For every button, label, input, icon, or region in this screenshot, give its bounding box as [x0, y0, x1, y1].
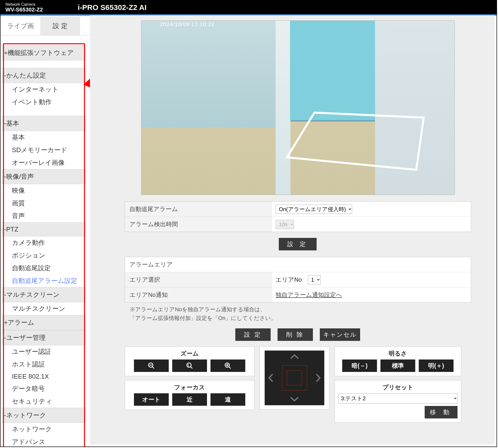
- sidebar-multi[interactable]: -マルチスクリーン: [2, 287, 85, 302]
- svg-text:1: 1: [187, 364, 189, 367]
- sidebar-autotrack-alarm[interactable]: 自動追尾アラーム設定: [2, 274, 85, 287]
- select-autotrack-alarm[interactable]: On(アラームエリア侵入時): [276, 205, 352, 214]
- table-autotrack-alarm: 自動追尾アラーム On(アラームエリア侵入時) アラーム検出時間 10s: [125, 201, 471, 232]
- select-alarm-detect-time: 10s: [276, 220, 294, 229]
- button-focus-auto[interactable]: オート: [134, 393, 169, 406]
- sidebar-network-sub[interactable]: ネットワーク: [2, 423, 85, 436]
- sidebar-av[interactable]: -映像/音声: [2, 169, 85, 184]
- title-focus: フォーカス: [128, 383, 251, 391]
- app-header: Network Camera WV-S65302-Z2 i-PRO S65302…: [0, 0, 497, 14]
- tab-settings[interactable]: 設 定: [40, 17, 80, 35]
- select-preset[interactable]: 3:テスト2: [338, 393, 457, 403]
- sidebar-8021x[interactable]: IEEE 802.1X: [2, 371, 85, 382]
- title-brightness: 明るさ: [338, 350, 457, 358]
- sidebar-easy[interactable]: -かんたん設定: [2, 68, 85, 83]
- svg-rect-13: [287, 370, 302, 385]
- sidebar-audio[interactable]: 音声: [2, 210, 85, 222]
- sidebar-autotrack[interactable]: 自動追尾設定: [2, 262, 85, 274]
- table-alarm-area: アラームエリア エリア選択 エリアNo 1 エリアNo通知 独自アラーム通知設定…: [125, 257, 471, 303]
- label-area-select: エリア選択: [125, 272, 272, 287]
- control-panels: ズーム 1 フォーカス オート 近: [125, 346, 492, 423]
- button-darker[interactable]: 暗(－): [342, 359, 377, 372]
- live-timestamp: 2024/10/09 17:10:22: [160, 21, 215, 28]
- panel-preset: プリセット 3:テスト2 移 動: [334, 380, 461, 423]
- main-content: 2024/10/09 17:10:22 自動追尾アラーム On(アラームエリア侵…: [90, 15, 495, 445]
- svg-line-6: [191, 367, 193, 369]
- button-focus-near[interactable]: 近: [172, 393, 207, 406]
- sidebar-basic-sub[interactable]: 基本: [2, 131, 85, 144]
- tab-live[interactable]: ライブ画: [0, 17, 40, 35]
- sidebar-security[interactable]: セキュリティ: [2, 395, 85, 408]
- sidebar-internet[interactable]: インターネット: [2, 83, 85, 96]
- note-line2: 「アラーム拡張情報付加」設定を「On」にしてください。: [130, 314, 492, 322]
- button-focus-far[interactable]: 遠: [210, 393, 245, 406]
- label-autotrack-alarm: 自動追尾アラーム: [125, 202, 272, 217]
- sidebar-overlay[interactable]: オーバーレイ画像: [2, 156, 85, 169]
- sidebar-multi-sub[interactable]: マルチスクリーン: [2, 302, 85, 315]
- button-zoom-out[interactable]: [134, 359, 169, 372]
- svg-marker-1: [287, 113, 424, 170]
- label-alarm-detect-time: アラーム検出時間: [125, 217, 272, 232]
- panel-brightness: 明るさ 暗(－) 標準 明(＋): [334, 346, 461, 376]
- sidebar-basic[interactable]: -基本: [2, 116, 85, 131]
- sidebar-quality[interactable]: 画質: [2, 197, 85, 210]
- sidebar-ext-sw[interactable]: +機能拡張ソフトウェア: [2, 45, 85, 60]
- panel-focus: フォーカス オート 近 遠: [125, 380, 254, 410]
- sidebar-user-auth[interactable]: ユーザー認証: [2, 345, 85, 358]
- sidebar-camera-move[interactable]: カメラ動作: [2, 236, 85, 249]
- sidebar-user[interactable]: -ユーザー管理: [2, 330, 85, 345]
- sidebar-event[interactable]: イベント動作: [2, 96, 85, 108]
- sidebar-network[interactable]: -ネットワーク: [2, 408, 85, 423]
- sidebar-video[interactable]: 映像: [2, 184, 85, 197]
- button-cancel[interactable]: キャンセル: [320, 328, 360, 341]
- header-title: i-PRO S65302-Z2 AI: [78, 3, 146, 12]
- svg-rect-12: [282, 365, 307, 390]
- sidebar-alarm[interactable]: +アラーム: [2, 315, 85, 330]
- header-model: WV-S65302-Z2: [5, 7, 43, 12]
- sidebar-sdcard[interactable]: SDメモリーカード: [2, 144, 85, 156]
- header-alarm-area: アラームエリア: [125, 257, 272, 272]
- svg-line-9: [229, 367, 231, 369]
- select-area-no[interactable]: 1: [308, 275, 321, 284]
- sidebar-encrypt[interactable]: データ暗号: [2, 382, 85, 395]
- sidebar: +機能拡張ソフトウェア -かんたん設定 インターネット イベント動作 -基本 基…: [2, 35, 85, 447]
- title-preset: プリセット: [338, 383, 457, 391]
- ptz-joystick[interactable]: [259, 346, 330, 409]
- button-set-1[interactable]: 設 定: [279, 238, 317, 250]
- label-area-no-notify: エリアNo通知: [125, 287, 272, 302]
- svg-line-3: [152, 367, 154, 369]
- button-preset-move[interactable]: 移 動: [425, 406, 457, 418]
- button-zoom-reset[interactable]: 1: [172, 359, 207, 372]
- button-standard[interactable]: 標準: [380, 359, 415, 372]
- note-line1: ※アラームエリアNoを独自アラーム通知する場合は、: [130, 305, 492, 314]
- live-preview[interactable]: 2024/10/09 17:10:22: [141, 20, 455, 195]
- sidebar-position[interactable]: ポジション: [2, 249, 85, 262]
- label-area-no: エリアNo: [276, 276, 302, 284]
- header-subtitle: Network Camera: [5, 2, 43, 6]
- sidebar-host-auth[interactable]: ホスト認証: [2, 358, 85, 371]
- title-zoom: ズーム: [128, 350, 251, 358]
- alarm-area-outline-icon: [282, 110, 431, 175]
- sidebar-ptz[interactable]: -PTZ: [2, 222, 85, 236]
- panel-zoom: ズーム 1: [125, 346, 254, 376]
- sidebar-advance[interactable]: アドバンス: [2, 436, 85, 447]
- button-zoom-in[interactable]: [210, 359, 245, 372]
- link-alarm-notify-settings[interactable]: 独自アラーム通知設定へ: [276, 291, 342, 299]
- button-delete[interactable]: 削 除: [278, 328, 313, 341]
- button-brighter[interactable]: 明(＋): [419, 359, 454, 372]
- button-set-2[interactable]: 設 定: [235, 328, 271, 341]
